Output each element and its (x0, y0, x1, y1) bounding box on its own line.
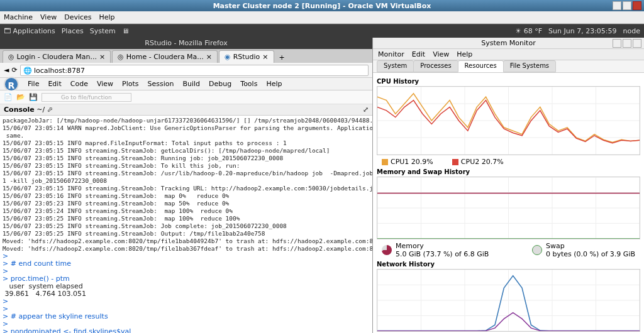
open-icon[interactable]: 📂 (16, 93, 25, 101)
new-tab-button[interactable]: + (275, 52, 289, 63)
tab-processes[interactable]: Processes (413, 60, 458, 72)
launcher-icon[interactable]: 🖥 (122, 27, 129, 35)
menu-help[interactable]: Help (457, 50, 472, 58)
favicon-icon: ◎ (8, 53, 14, 61)
favicon-icon: ◎ (118, 53, 124, 61)
close-button[interactable] (633, 39, 641, 48)
clock[interactable]: Sun Jun 7, 23:05:59 (548, 27, 617, 35)
menu-view[interactable]: View (433, 50, 449, 58)
menu-debug[interactable]: Debug (209, 80, 231, 88)
menu-build[interactable]: Build (182, 80, 200, 88)
places-menu[interactable]: Places (62, 27, 84, 35)
system-menu[interactable]: System (90, 27, 116, 35)
net-history-title: Network History (377, 261, 640, 268)
mem-legend: Memory5.0 GiB (73.7 %) of 6.8 GiB Swap0 … (377, 241, 640, 259)
mem-chart (377, 177, 640, 239)
cpu-history-title: CPU History (377, 78, 640, 85)
net-chart (377, 269, 640, 332)
firefox-tabstrip: ◎Login - Cloudera Man...× ◎Home - Cloude… (0, 49, 372, 63)
globe-icon: 🌐 (23, 67, 32, 75)
vbox-menu-view[interactable]: View (40, 13, 57, 21)
save-icon[interactable]: 💾 (29, 93, 38, 101)
vbox-menu-machine[interactable]: Machine (4, 13, 33, 21)
vbox-titlebar: Master Cluster node 2 [Running] - Oracle… (0, 0, 644, 11)
tab-filesystems[interactable]: File Systems (503, 60, 556, 72)
sysmon-titlebar: System Monitor (373, 38, 644, 49)
menu-edit[interactable]: Edit (412, 50, 425, 58)
rstudio-menubar: R File Edit Code View Plots Session Buil… (0, 78, 372, 90)
back-button[interactable]: ◄ (4, 66, 9, 74)
firefox-navbar: ◄ ⟳ 🌐 localhost:8787 (0, 63, 372, 78)
weather-indicator[interactable]: ☀ 68 °F (515, 27, 542, 35)
resources-panel: CPU History CPU1 20.9% CPU2 20.7% Memory… (373, 73, 644, 333)
sysmon-tabs: System Processes Resources File Systems (373, 60, 644, 73)
favicon-icon: ◉ (225, 53, 231, 61)
vbox-menubar: Machine View Devices Help (0, 11, 644, 24)
system-monitor-window: System Monitor Monitor Edit View Help Sy… (373, 38, 644, 333)
menu-plots[interactable]: Plots (122, 80, 138, 88)
mem-history-title: Memory and Swap History (377, 168, 640, 175)
sysmon-menubar: Monitor Edit View Help (373, 49, 644, 60)
user-menu[interactable]: node (623, 27, 640, 35)
menu-session[interactable]: Session (147, 80, 174, 88)
tab-close-icon[interactable]: × (262, 53, 268, 61)
menu-view[interactable]: View (97, 80, 113, 88)
browser-tab[interactable]: ◎Home - Cloudera Ma...× (112, 50, 218, 63)
r-console[interactable]: packageJobJar: [/tmp/hadoop-node/hadoop-… (0, 116, 372, 333)
tab-resources[interactable]: Resources (458, 60, 504, 72)
gnome-top-panel: 🗔 Applications Places System 🖥 ☀ 68 °F S… (0, 24, 644, 38)
menu-file[interactable]: File (28, 80, 39, 88)
menu-edit[interactable]: Edit (48, 80, 61, 88)
vbox-menu-help[interactable]: Help (99, 13, 115, 21)
browser-tab[interactable]: ◎Login - Cloudera Man...× (3, 50, 111, 63)
vbox-menu-devices[interactable]: Devices (64, 13, 91, 21)
swap-pie-icon (532, 245, 542, 255)
browser-tab[interactable]: ◉RStudio× (219, 50, 274, 63)
reload-button[interactable]: ⟳ (11, 66, 17, 74)
cpu2-swatch-icon (452, 159, 458, 165)
memory-pie-icon (382, 245, 392, 255)
menu-tools[interactable]: Tools (240, 80, 257, 88)
tab-close-icon[interactable]: × (99, 53, 105, 61)
menu-monitor[interactable]: Monitor (378, 50, 404, 58)
menu-help[interactable]: Help (266, 80, 282, 88)
cpu-chart (377, 86, 640, 155)
console-header: Console ~/ ⬀ ⤢ (0, 104, 372, 116)
goto-function-input[interactable]: Go to file/function (42, 93, 131, 102)
console-expand-icon[interactable]: ⤢ (363, 104, 369, 115)
menu-code[interactable]: Code (70, 80, 88, 88)
tab-close-icon[interactable]: × (206, 53, 212, 61)
tab-system[interactable]: System (377, 60, 414, 72)
minimize-button[interactable] (613, 39, 621, 48)
url-bar[interactable]: 🌐 localhost:8787 (20, 65, 369, 76)
vbox-title: Master Cluster node 2 [Running] - Oracle… (0, 2, 644, 10)
maximize-button[interactable] (623, 39, 631, 48)
firefox-window: RStudio - Mozilla Firefox ◎Login - Cloud… (0, 38, 373, 333)
cpu-legend: CPU1 20.9% CPU2 20.7% (377, 156, 640, 167)
firefox-titlebar: RStudio - Mozilla Firefox (0, 38, 372, 49)
cpu1-swatch-icon (382, 159, 388, 165)
applications-menu[interactable]: 🗔 Applications (4, 27, 55, 35)
rstudio-toolbar: 📄 📂 💾 Go to file/function (0, 90, 372, 104)
new-file-icon[interactable]: 📄 (4, 93, 13, 101)
rstudio-logo-icon: R (4, 77, 19, 92)
